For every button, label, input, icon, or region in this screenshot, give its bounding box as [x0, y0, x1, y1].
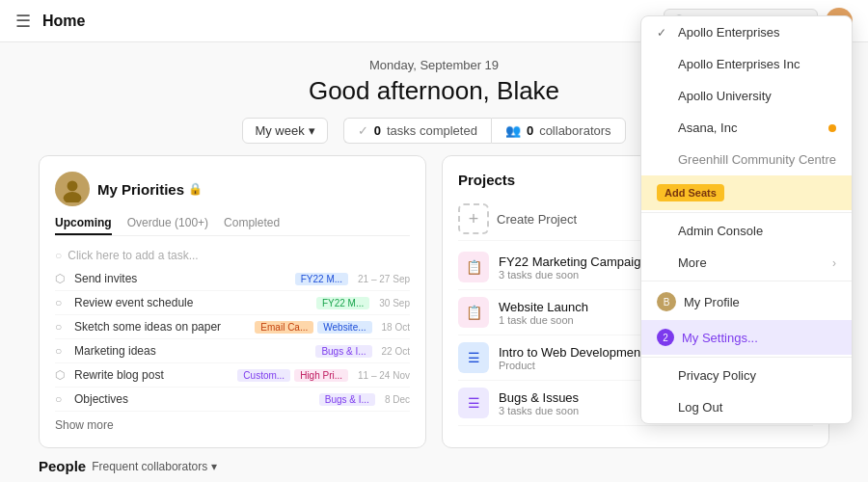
- task-date: 11 – 24 Nov: [358, 370, 410, 381]
- project-icon: 📋: [458, 297, 489, 328]
- priorities-card-header: My Priorities 🔒: [55, 172, 410, 206]
- add-task-button[interactable]: ○ Click here to add a task...: [55, 244, 410, 267]
- frequent-label: Frequent collaborators: [92, 460, 207, 473]
- svg-point-1: [64, 192, 82, 202]
- list-item[interactable]: ○ Objectives Bugs & I... 8 Dec: [55, 388, 410, 412]
- add-seats-item: Add Seats: [641, 175, 852, 210]
- org-name: Apollo Enterprises: [678, 25, 836, 40]
- task-name: Objectives: [74, 392, 313, 406]
- menu-icon[interactable]: ☰: [15, 11, 31, 32]
- divider: [641, 212, 852, 213]
- log-out-label: Log Out: [678, 400, 836, 415]
- task-date: 21 – 27 Sep: [358, 274, 410, 284]
- tag: Bugs & I...: [319, 393, 375, 406]
- circle-check-icon: ○: [55, 344, 68, 358]
- tag: Bugs & I...: [315, 345, 371, 358]
- list-item[interactable]: ○ Review event schedule FY22 M... 30 Sep: [55, 291, 410, 315]
- task-date: 22 Oct: [382, 346, 410, 357]
- circle-check-icon: ○: [55, 296, 68, 309]
- tag: FY22 M...: [316, 297, 369, 309]
- tab-overdue[interactable]: Overdue (100+): [127, 212, 208, 235]
- page-title: Home: [42, 13, 85, 30]
- project-icon: 📋: [458, 252, 489, 282]
- task-tags: Custom... High Pri...: [237, 369, 348, 382]
- list-item[interactable]: ⬡ Send invites FY22 M... 21 – 27 Sep: [55, 267, 410, 291]
- my-profile-item[interactable]: B My Profile: [641, 283, 852, 320]
- people-title: People: [39, 458, 86, 474]
- task-date: 30 Sep: [379, 298, 410, 308]
- task-name: Rewrite blog post: [74, 368, 231, 382]
- week-label: My week: [255, 123, 304, 138]
- more-label: More: [678, 255, 825, 270]
- org-name: Greenhill Community Centre: [678, 152, 836, 167]
- my-settings-label: My Settings...: [682, 331, 836, 345]
- avatar: [55, 172, 90, 206]
- avatar: B: [657, 292, 676, 311]
- task-date: 8 Dec: [385, 394, 410, 405]
- task-tags: Bugs & I...: [315, 345, 371, 358]
- collaborators-stat: 👥 0 collaborators: [491, 118, 626, 144]
- org-name: Apollo University: [678, 89, 836, 103]
- tab-upcoming[interactable]: Upcoming: [55, 212, 112, 235]
- circle-check-icon: ○: [55, 320, 68, 334]
- tag: FY22 M...: [295, 273, 348, 285]
- my-profile-label: My Profile: [684, 295, 836, 309]
- tasks-completed-count: 0: [374, 123, 381, 138]
- privacy-policy-item[interactable]: ✓ Privacy Policy: [641, 360, 852, 391]
- priorities-title-area: My Priorities 🔒: [97, 181, 410, 198]
- collaborators-label: collaborators: [539, 123, 610, 138]
- task-name: Sketch some ideas on paper: [74, 320, 249, 334]
- org-apollo-university[interactable]: ✓ Apollo University: [641, 80, 852, 112]
- divider: [641, 281, 852, 281]
- add-task-label: Click here to add a task...: [68, 249, 198, 262]
- task-name: Review event schedule: [74, 296, 311, 309]
- org-asana-inc[interactable]: ✓ Asana, Inc: [641, 112, 852, 144]
- task-tags: FY22 M...: [316, 297, 369, 309]
- divider: [641, 357, 852, 358]
- admin-console-label: Admin Console: [678, 224, 836, 238]
- add-seats-button[interactable]: Add Seats: [657, 184, 724, 201]
- list-item[interactable]: ○ Sketch some ideas on paper Email Ca...…: [55, 315, 410, 339]
- svg-point-0: [68, 180, 78, 191]
- circle-check-icon: ○: [55, 392, 68, 406]
- tag: Website...: [317, 321, 371, 334]
- people-icon: 👥: [505, 123, 521, 138]
- frequent-collaborators-button[interactable]: Frequent collaborators ▾: [92, 460, 217, 473]
- org-apollo-enterprises[interactable]: ✓ Apollo Enterprises: [641, 16, 852, 48]
- tag: High Pri...: [294, 369, 348, 382]
- dropdown-menu: ✓ Apollo Enterprises ✓ Apollo Enterprise…: [640, 15, 853, 424]
- priorities-tabs: Upcoming Overdue (100+) Completed: [55, 212, 410, 236]
- task-date: 18 Oct: [382, 322, 410, 333]
- org-apollo-enterprises-inc[interactable]: ✓ Apollo Enterprises Inc: [641, 48, 852, 80]
- week-filter-button[interactable]: My week ▾: [242, 118, 327, 144]
- circle-icon: ○: [55, 249, 62, 262]
- badge: 2: [657, 329, 674, 346]
- dot-indicator: [828, 124, 836, 132]
- nav-left: ☰ Home: [15, 11, 85, 32]
- collaborators-count: 0: [527, 123, 533, 138]
- log-out-item[interactable]: ✓ Log Out: [641, 391, 852, 423]
- task-name: Send invites: [74, 272, 289, 285]
- priorities-card-title: My Priorities 🔒: [97, 181, 410, 198]
- check-icon: ✓: [358, 123, 368, 138]
- my-settings-item[interactable]: 2 My Settings...: [641, 320, 852, 355]
- dependency-icon: ⬡: [55, 368, 68, 382]
- project-icon: ☰: [458, 388, 489, 418]
- chevron-down-icon: ▾: [309, 123, 315, 138]
- more-item[interactable]: ✓ More ›: [641, 247, 852, 279]
- task-name: Marketing ideas: [74, 344, 310, 358]
- list-item[interactable]: ⬡ Rewrite blog post Custom... High Pri..…: [55, 363, 410, 388]
- org-name: Asana, Inc: [678, 120, 821, 135]
- tag: Email Ca...: [255, 321, 313, 334]
- show-more-button[interactable]: Show more: [55, 418, 410, 432]
- tasks-completed-stat: ✓ 0 tasks completed: [343, 118, 491, 144]
- org-greenhill[interactable]: ✓ Greenhill Community Centre: [641, 144, 852, 175]
- tab-completed[interactable]: Completed: [224, 212, 280, 235]
- admin-console-item[interactable]: ✓ Admin Console: [641, 215, 852, 247]
- list-item[interactable]: ○ Marketing ideas Bugs & I... 22 Oct: [55, 339, 410, 363]
- people-section: People Frequent collaborators ▾: [39, 448, 829, 482]
- tag: Custom...: [237, 369, 290, 382]
- check-icon: ✓: [657, 26, 670, 40]
- plus-icon: +: [458, 203, 489, 234]
- lock-icon: 🔒: [188, 182, 203, 196]
